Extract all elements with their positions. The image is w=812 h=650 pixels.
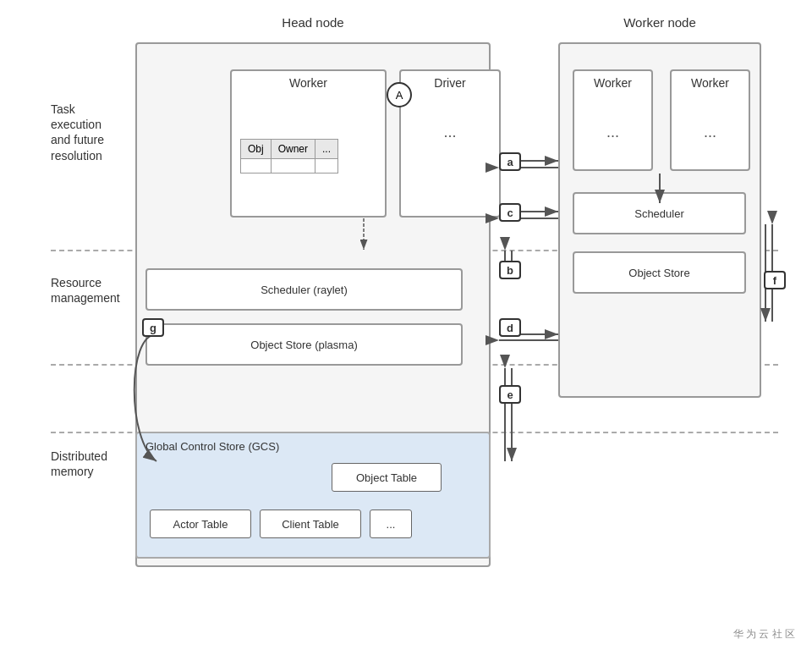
arrow-e-label: e <box>499 385 521 404</box>
arrow-b-label: b <box>499 261 521 279</box>
circle-a: A <box>387 82 412 107</box>
gcs-dots-box: ... <box>370 510 412 538</box>
scheduler-raylet-box: Scheduler (raylet) <box>145 268 463 311</box>
watermark: 华 为 云 社 区 <box>733 627 795 642</box>
arrow-f-label: f <box>764 271 786 289</box>
driver-inner-box: Driver ... <box>399 69 501 218</box>
arrow-g-label: g <box>142 318 164 337</box>
worker-label: Worker <box>232 71 385 90</box>
worker-right-2-dots: ... <box>704 90 716 141</box>
arrow-d-label: d <box>499 318 521 337</box>
worker-right-1-label: Worker <box>594 71 632 90</box>
worker-right-1-dots: ... <box>606 90 619 141</box>
worker-node-box: Worker ... Worker ... Scheduler Object S… <box>558 42 761 398</box>
driver-dots: ... <box>401 90 499 141</box>
layer-distributed-memory: Distributed memory <box>51 449 127 479</box>
arrow-c-label: c <box>499 203 521 222</box>
worker-inner-box: Worker Obj Owner ... <box>230 69 387 218</box>
worker-right-1: Worker ... <box>573 69 653 171</box>
object-store-plasma-box: Object Store (plasma) <box>145 323 463 366</box>
object-store-plasma-label: Object Store (plasma) <box>250 339 357 351</box>
object-store-right-label: Object Store <box>628 267 689 279</box>
layer-task-execution: Task execution and future resolution <box>51 102 127 163</box>
gcs-box: Global Control Store (GCS) Object Table … <box>135 432 491 559</box>
scheduler-raylet-label: Scheduler (raylet) <box>261 284 348 296</box>
object-store-right-box: Object Store <box>573 251 746 294</box>
arrow-a-label: a <box>499 152 521 171</box>
worker-right-2: Worker ... <box>670 69 750 171</box>
actor-table-box: Actor Table <box>150 510 251 538</box>
driver-label: Driver <box>401 71 499 90</box>
scheduler-right-box: Scheduler <box>573 192 746 234</box>
head-node-title: Head node <box>135 15 491 30</box>
object-table-box: Object Table <box>332 463 442 492</box>
worker-right-2-label: Worker <box>691 71 729 90</box>
scheduler-right-label: Scheduler <box>634 207 684 220</box>
worker-node-title: Worker node <box>558 15 761 30</box>
layer-resource-management: Resource management <box>51 275 127 306</box>
client-table-box: Client Table <box>260 510 361 538</box>
gcs-title: Global Control Store (GCS) <box>137 433 489 457</box>
